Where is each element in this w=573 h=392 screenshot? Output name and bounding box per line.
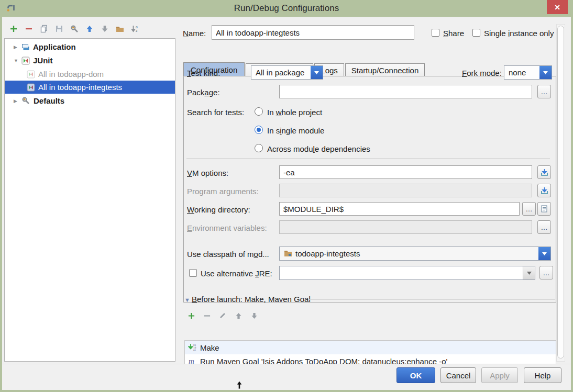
tree-item-defaults[interactable]: ▶ Defaults [5,94,175,107]
radio-in-whole-project[interactable] [255,107,263,116]
search-for-tests-label: Search for tests: [187,108,244,117]
make-icon: 011001 [188,343,196,352]
dialog-content: az ▶ Application ▼ JUnit All in todoapp-… [2,17,571,389]
expand-field-button[interactable] [537,165,551,179]
copy-icon[interactable] [39,24,49,34]
across-module-dependencies-label: Across module dependencies [267,144,370,153]
move-up-icon[interactable] [233,310,244,321]
share-label: Share [443,29,464,38]
insert-macro-button[interactable] [537,202,551,216]
tree-item-junit[interactable]: ▼ JUnit [5,54,175,67]
edit-defaults-icon[interactable] [69,24,80,34]
environment-variables-browse-button[interactable]: … [537,220,551,234]
program-arguments-input [279,184,532,197]
environment-variables-input [279,220,532,234]
working-directory-input[interactable] [279,202,520,216]
alternative-jre-browse-button[interactable]: … [539,266,553,279]
ellipsis-icon: … [541,223,548,231]
fork-mode-select[interactable]: none [504,65,552,80]
scrollbar-thumb[interactable] [557,26,564,359]
name-input[interactable] [212,25,414,40]
before-launch-label: Before launch: Make, Maven Goal [192,295,311,304]
help-button[interactable]: Help [524,367,561,383]
vertical-scrollbar[interactable] [556,24,565,362]
tree-item-all-in-todoapp-dom[interactable]: All in todoapp-dom [5,68,175,81]
run-debug-configurations-dialog: Run/Debug Configurations ✕ az ▶ Applicat… [0,0,573,392]
radio-in-single-module[interactable] [255,126,263,134]
chevron-down-icon[interactable]: ▼ [14,58,20,63]
remove-icon[interactable] [202,310,212,321]
use-classpath-label: Use classpath of mod... [187,250,269,259]
list-item-make[interactable]: 011001 Make [185,341,556,354]
working-directory-browse-button[interactable]: … [522,202,536,216]
macro-document-icon [541,205,547,212]
edit-pencil-icon[interactable] [217,310,228,321]
radio-across-module-dependencies[interactable] [255,144,263,152]
share-checkbox[interactable] [432,29,439,37]
ok-button[interactable]: OK [396,367,435,383]
alternative-jre-select[interactable] [279,266,535,280]
chevron-down-icon[interactable] [523,266,535,279]
before-launch-toolbar [186,310,259,321]
chevron-down-icon[interactable] [539,66,552,79]
application-icon [21,43,30,51]
tree-item-label: JUnit [33,56,53,65]
fork-mode-value: none [504,68,530,77]
add-icon[interactable] [186,310,196,321]
environment-variables-label: Environment variables: [187,223,267,232]
use-alternative-jre-checkbox[interactable] [189,269,197,277]
chevron-down-icon[interactable] [311,66,323,79]
ellipsis-icon: … [541,88,548,96]
apply-button[interactable]: Apply [481,367,518,383]
test-kind-select[interactable]: All in package [251,65,323,80]
chevron-right-icon[interactable]: ▶ [14,44,20,50]
use-alternative-jre-label: Use alternative JRE: [201,269,272,278]
expand-field-button[interactable] [537,184,551,197]
single-instance-checkbox[interactable] [472,29,480,37]
name-label: Name: [183,29,206,38]
working-directory-label: Working directory: [187,205,250,214]
tree-item-application[interactable]: ▶ Application [5,40,175,53]
defaults-wrench-icon [21,96,30,105]
package-input[interactable] [279,85,532,98]
expand-icon [541,187,548,195]
test-kind-value: All in package [251,68,308,77]
chevron-down-icon[interactable] [538,247,550,260]
package-label: Package: [187,88,220,97]
button-bar: OK Cancel Apply Help [2,364,571,390]
close-button[interactable]: ✕ [547,0,568,14]
cancel-button[interactable]: Cancel [440,367,476,383]
move-up-icon[interactable] [84,24,95,34]
tree-item-all-in-todoapp-integtests[interactable]: All in todoapp-integtests [5,81,175,94]
ellipsis-icon: … [526,205,533,213]
tree-toolbar: az [8,23,140,35]
tab-startup-connection[interactable]: Startup/Connection [345,63,425,77]
move-down-icon[interactable] [249,310,259,321]
use-classpath-select[interactable]: todoapp-integtests [279,247,551,261]
titlebar: Run/Debug Configurations ✕ [0,0,573,17]
single-instance-label: Single instance only [484,29,554,38]
chevron-right-icon[interactable]: ▶ [14,98,20,104]
save-icon[interactable] [54,24,64,34]
program-arguments-label: Program arguments: [187,187,259,196]
svg-text:a: a [136,25,138,29]
sort-alphabetically-icon[interactable]: az [130,24,140,34]
new-folder-icon[interactable] [115,24,125,34]
add-icon[interactable] [8,24,19,34]
tree-item-label: Defaults [34,96,64,105]
move-down-icon[interactable] [100,24,110,34]
list-item-label: Make [200,343,219,352]
junit-icon [27,70,35,79]
fork-mode-label: Fork mode: [462,69,502,77]
vm-options-input[interactable] [279,165,532,179]
use-classpath-value: todoapp-integtests [295,249,360,258]
remove-icon[interactable] [24,24,34,34]
package-browse-button[interactable]: … [537,85,551,98]
expand-icon [541,169,548,176]
junit-icon [27,83,35,92]
in-whole-project-label: In whole project [267,108,322,117]
use-classpath-value-wrap: todoapp-integtests [280,249,364,258]
collapse-triangle-icon[interactable]: ▼ [184,297,190,303]
separator [186,158,550,159]
tree-item-label: All in todoapp-integtests [38,83,122,92]
